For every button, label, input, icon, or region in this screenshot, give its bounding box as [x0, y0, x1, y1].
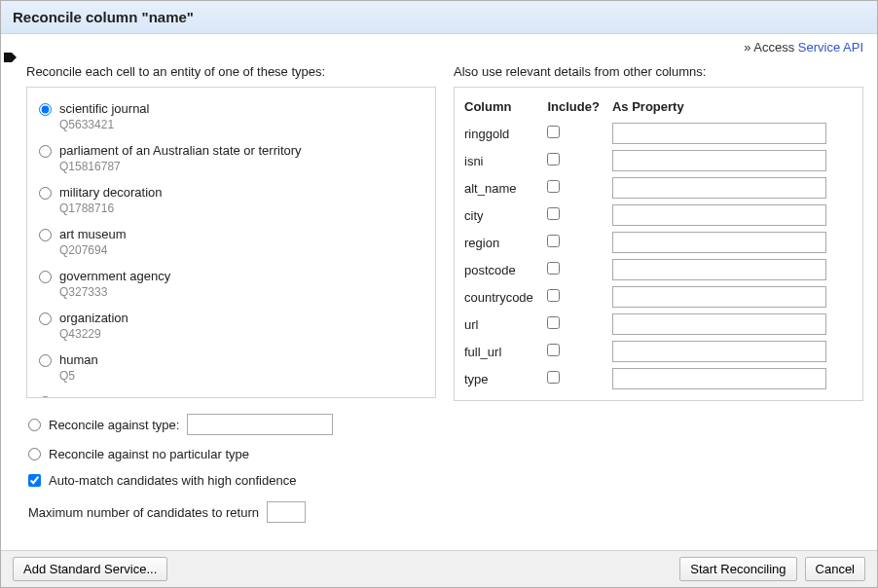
dialog-footer: Add Standard Service... Start Reconcilin… — [1, 550, 877, 587]
automatch-label: Auto-match candidates with high confiden… — [49, 473, 296, 488]
include-checkbox[interactable] — [547, 207, 560, 220]
table-row: type — [464, 365, 853, 392]
type-label: organization — [59, 311, 128, 325]
column-name: postcode — [464, 256, 547, 283]
details-box: Column Include? As Property ringgoldisni… — [454, 87, 863, 401]
type-item[interactable]: organizationQ43229 — [37, 307, 425, 349]
include-checkbox[interactable] — [547, 153, 560, 165]
type-radio[interactable] — [39, 103, 52, 116]
reconcile-no-type-radio[interactable] — [28, 448, 41, 460]
column-name: ringgold — [464, 120, 547, 147]
type-item[interactable]: bicameral legislatureQ189445 — [37, 390, 425, 398]
type-radio[interactable] — [39, 145, 52, 158]
as-property-input[interactable] — [612, 150, 826, 171]
column-name: type — [464, 365, 547, 392]
include-checkbox[interactable] — [547, 289, 560, 302]
table-row: ringgold — [464, 120, 853, 147]
as-property-input[interactable] — [612, 341, 826, 362]
as-property-input[interactable] — [612, 313, 826, 335]
include-checkbox[interactable] — [547, 180, 560, 193]
as-property-input[interactable] — [612, 232, 826, 253]
as-property-input[interactable] — [612, 204, 826, 226]
type-id: Q327333 — [59, 285, 170, 299]
as-property-input[interactable] — [612, 259, 826, 280]
type-item[interactable]: parliament of an Australian state or ter… — [37, 139, 425, 181]
reconcile-against-type-label: Reconcile against type: — [49, 418, 179, 432]
type-item[interactable]: art museumQ207694 — [37, 223, 425, 265]
as-property-input[interactable] — [612, 286, 826, 308]
column-name: region — [464, 229, 547, 256]
as-property-input[interactable] — [612, 368, 826, 389]
column-name: isni — [464, 147, 547, 174]
type-label: parliament of an Australian state or ter… — [59, 143, 302, 158]
as-property-input[interactable] — [612, 123, 826, 144]
service-api-prefix: » Access — [744, 40, 794, 55]
type-label: scientific journal — [59, 101, 150, 116]
table-row: isni — [464, 147, 853, 174]
column-name: full_url — [464, 338, 547, 365]
include-checkbox[interactable] — [547, 371, 560, 384]
column-header: Column — [464, 95, 547, 120]
type-id: Q43229 — [59, 327, 128, 341]
include-checkbox[interactable] — [547, 344, 560, 356]
type-radio[interactable] — [39, 187, 52, 200]
service-api-link[interactable]: Service API — [798, 40, 863, 55]
as-property-input[interactable] — [612, 177, 826, 199]
type-item[interactable]: scientific journalQ5633421 — [37, 97, 425, 139]
type-item[interactable]: government agencyQ327333 — [37, 265, 425, 307]
reconcile-no-type-label: Reconcile against no particular type — [49, 447, 249, 461]
table-row: full_url — [464, 338, 853, 365]
dialog-title: Reconcile column "name" — [1, 1, 877, 34]
type-radio[interactable] — [39, 271, 52, 283]
type-label: human — [59, 352, 98, 367]
type-radio[interactable] — [39, 396, 52, 398]
type-label: bicameral legislature — [59, 394, 175, 398]
include-header: Include? — [547, 95, 612, 120]
type-id: Q207694 — [59, 243, 127, 257]
column-name: url — [464, 311, 547, 338]
table-row: region — [464, 229, 853, 256]
table-row: alt_name — [464, 174, 853, 202]
table-row: countrycode — [464, 283, 853, 311]
max-candidates-input[interactable] — [267, 501, 306, 523]
column-name: countrycode — [464, 283, 547, 311]
include-checkbox[interactable] — [547, 235, 560, 247]
max-candidates-label: Maximum number of candidates to return — [28, 505, 259, 520]
type-label: government agency — [59, 269, 170, 283]
automatch-checkbox[interactable] — [28, 474, 41, 487]
include-checkbox[interactable] — [547, 262, 560, 275]
type-label: military decoration — [59, 185, 163, 200]
reconcile-types-heading: Reconcile each cell to an entity of one … — [26, 60, 436, 87]
start-reconciling-button[interactable]: Start Reconciling — [679, 557, 796, 581]
table-row: city — [464, 202, 853, 229]
asproperty-header: As Property — [612, 95, 853, 120]
type-item[interactable]: military decorationQ1788716 — [37, 181, 425, 223]
type-id: Q15816787 — [59, 160, 302, 173]
column-name: alt_name — [464, 174, 547, 202]
tag-icon — [3, 50, 18, 68]
type-id: Q1788716 — [59, 202, 163, 215]
type-id: Q5 — [59, 369, 98, 383]
types-list[interactable]: scientific journalQ5633421parliament of … — [26, 87, 436, 398]
reconcile-against-type-radio[interactable] — [28, 419, 41, 431]
type-id: Q5633421 — [59, 118, 150, 131]
type-label: art museum — [59, 227, 127, 241]
type-radio[interactable] — [39, 229, 52, 241]
include-checkbox[interactable] — [547, 316, 560, 329]
cancel-button[interactable]: Cancel — [805, 557, 865, 581]
topbar: » Access Service API — [1, 34, 877, 55]
column-name: city — [464, 202, 547, 229]
table-row: postcode — [464, 256, 853, 283]
type-item[interactable]: humanQ5 — [37, 349, 425, 390]
add-standard-service-button[interactable]: Add Standard Service... — [13, 557, 167, 581]
type-radio[interactable] — [39, 354, 52, 367]
table-row: url — [464, 311, 853, 338]
details-heading: Also use relevant details from other col… — [454, 60, 863, 87]
reconcile-against-type-input[interactable] — [187, 414, 333, 435]
include-checkbox[interactable] — [547, 126, 560, 138]
type-radio[interactable] — [39, 312, 52, 325]
details-table: Column Include? As Property ringgoldisni… — [464, 95, 853, 392]
